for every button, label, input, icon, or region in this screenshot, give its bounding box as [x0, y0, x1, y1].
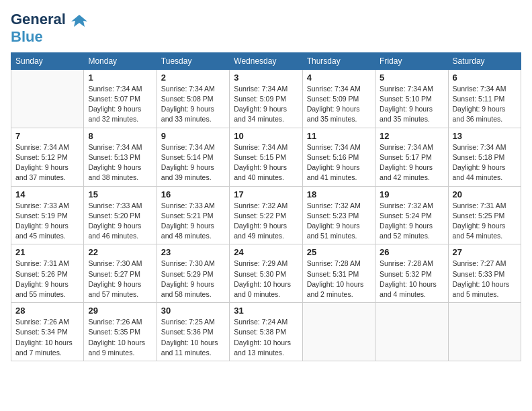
- calendar-cell: [11, 69, 84, 128]
- day-number: 22: [88, 247, 152, 257]
- day-number: 30: [161, 306, 225, 316]
- calendar-week-row: 1Sunrise: 7:34 AMSunset: 5:07 PMDaylight…: [11, 69, 521, 128]
- day-number: 31: [234, 306, 298, 316]
- calendar-cell: 19Sunrise: 7:32 AMSunset: 5:24 PMDayligh…: [375, 186, 448, 244]
- day-info: Sunrise: 7:34 AMSunset: 5:14 PMDaylight:…: [161, 142, 225, 183]
- weekday-header: Saturday: [448, 52, 521, 69]
- day-info: Sunrise: 7:34 AMSunset: 5:08 PMDaylight:…: [161, 84, 225, 125]
- calendar-cell: 31Sunrise: 7:24 AMSunset: 5:38 PMDayligh…: [230, 303, 302, 361]
- weekday-header: Tuesday: [157, 52, 229, 69]
- day-number: 14: [15, 189, 79, 199]
- calendar-cell: 25Sunrise: 7:28 AMSunset: 5:31 PMDayligh…: [302, 244, 375, 303]
- day-number: 24: [234, 247, 298, 257]
- day-number: 27: [453, 247, 517, 257]
- day-info: Sunrise: 7:34 AMSunset: 5:16 PMDaylight:…: [307, 142, 371, 183]
- calendar-cell: 29Sunrise: 7:26 AMSunset: 5:35 PMDayligh…: [84, 303, 157, 361]
- calendar-cell: 5Sunrise: 7:34 AMSunset: 5:10 PMDaylight…: [375, 69, 448, 128]
- calendar-cell: 14Sunrise: 7:33 AMSunset: 5:19 PMDayligh…: [11, 186, 84, 244]
- day-info: Sunrise: 7:30 AMSunset: 5:27 PMDaylight:…: [88, 259, 152, 300]
- weekday-header: Monday: [84, 52, 157, 69]
- day-info: Sunrise: 7:32 AMSunset: 5:22 PMDaylight:…: [234, 201, 298, 242]
- day-number: 28: [15, 306, 79, 316]
- day-info: Sunrise: 7:24 AMSunset: 5:38 PMDaylight:…: [234, 317, 298, 358]
- day-number: 18: [307, 189, 371, 199]
- day-info: Sunrise: 7:25 AMSunset: 5:36 PMDaylight:…: [161, 317, 225, 358]
- day-number: 6: [453, 73, 517, 83]
- logo-blue: Blue: [11, 28, 43, 46]
- day-number: 11: [307, 131, 371, 141]
- weekday-header: Thursday: [302, 52, 375, 69]
- calendar-cell: 28Sunrise: 7:26 AMSunset: 5:34 PMDayligh…: [11, 303, 84, 361]
- day-number: 3: [234, 73, 298, 83]
- weekday-header: Sunday: [11, 52, 84, 69]
- calendar-cell: 27Sunrise: 7:27 AMSunset: 5:33 PMDayligh…: [448, 244, 521, 303]
- day-info: Sunrise: 7:34 AMSunset: 5:12 PMDaylight:…: [15, 142, 79, 183]
- day-info: Sunrise: 7:34 AMSunset: 5:10 PMDaylight:…: [380, 84, 443, 125]
- day-info: Sunrise: 7:34 AMSunset: 5:11 PMDaylight:…: [453, 84, 517, 125]
- day-number: 8: [88, 131, 152, 141]
- logo: General Blue: [11, 11, 89, 46]
- day-info: Sunrise: 7:32 AMSunset: 5:23 PMDaylight:…: [307, 201, 371, 242]
- day-number: 23: [161, 247, 225, 257]
- day-number: 2: [161, 73, 225, 83]
- day-info: Sunrise: 7:28 AMSunset: 5:31 PMDaylight:…: [307, 259, 371, 300]
- calendar-cell: 2Sunrise: 7:34 AMSunset: 5:08 PMDaylight…: [157, 69, 229, 128]
- day-info: Sunrise: 7:30 AMSunset: 5:29 PMDaylight:…: [161, 259, 225, 300]
- day-info: Sunrise: 7:34 AMSunset: 5:09 PMDaylight:…: [307, 84, 371, 125]
- calendar-cell: 10Sunrise: 7:34 AMSunset: 5:15 PMDayligh…: [230, 128, 302, 186]
- day-info: Sunrise: 7:34 AMSunset: 5:17 PMDaylight:…: [380, 142, 443, 183]
- calendar-cell: 13Sunrise: 7:34 AMSunset: 5:18 PMDayligh…: [448, 128, 521, 186]
- day-info: Sunrise: 7:26 AMSunset: 5:34 PMDaylight:…: [15, 317, 79, 358]
- calendar-cell: 22Sunrise: 7:30 AMSunset: 5:27 PMDayligh…: [84, 244, 157, 303]
- calendar-cell: 23Sunrise: 7:30 AMSunset: 5:29 PMDayligh…: [157, 244, 229, 303]
- day-info: Sunrise: 7:31 AMSunset: 5:26 PMDaylight:…: [15, 259, 79, 300]
- calendar-cell: 4Sunrise: 7:34 AMSunset: 5:09 PMDaylight…: [302, 69, 375, 128]
- calendar-week-row: 28Sunrise: 7:26 AMSunset: 5:34 PMDayligh…: [11, 303, 521, 361]
- day-info: Sunrise: 7:34 AMSunset: 5:15 PMDaylight:…: [234, 142, 298, 183]
- day-number: 5: [380, 73, 443, 83]
- day-number: 25: [307, 247, 371, 257]
- day-info: Sunrise: 7:27 AMSunset: 5:33 PMDaylight:…: [453, 259, 517, 300]
- calendar-cell: 24Sunrise: 7:29 AMSunset: 5:30 PMDayligh…: [230, 244, 302, 303]
- day-number: 10: [234, 131, 298, 141]
- day-info: Sunrise: 7:33 AMSunset: 5:21 PMDaylight:…: [161, 201, 225, 242]
- calendar-cell: 16Sunrise: 7:33 AMSunset: 5:21 PMDayligh…: [157, 186, 229, 244]
- day-number: 16: [161, 189, 225, 199]
- day-info: Sunrise: 7:34 AMSunset: 5:09 PMDaylight:…: [234, 84, 298, 125]
- calendar-cell: [448, 303, 521, 361]
- day-info: Sunrise: 7:26 AMSunset: 5:35 PMDaylight:…: [88, 317, 152, 358]
- logo-bird-icon: [70, 12, 89, 31]
- calendar-cell: 21Sunrise: 7:31 AMSunset: 5:26 PMDayligh…: [11, 244, 84, 303]
- calendar-cell: [302, 303, 375, 361]
- svg-marker-0: [71, 15, 87, 27]
- calendar-table: SundayMondayTuesdayWednesdayThursdayFrid…: [11, 52, 521, 361]
- day-info: Sunrise: 7:29 AMSunset: 5:30 PMDaylight:…: [234, 259, 298, 300]
- day-number: 15: [88, 189, 152, 199]
- calendar-cell: 9Sunrise: 7:34 AMSunset: 5:14 PMDaylight…: [157, 128, 229, 186]
- day-number: 19: [380, 189, 443, 199]
- day-info: Sunrise: 7:32 AMSunset: 5:24 PMDaylight:…: [380, 201, 443, 242]
- day-number: 29: [88, 306, 152, 316]
- day-number: 13: [453, 131, 517, 141]
- day-number: 20: [453, 189, 517, 199]
- day-number: 12: [380, 131, 443, 141]
- calendar-cell: 6Sunrise: 7:34 AMSunset: 5:11 PMDaylight…: [448, 69, 521, 128]
- page-header: General Blue: [11, 11, 521, 46]
- calendar-cell: 3Sunrise: 7:34 AMSunset: 5:09 PMDaylight…: [230, 69, 302, 128]
- calendar-cell: 8Sunrise: 7:34 AMSunset: 5:13 PMDaylight…: [84, 128, 157, 186]
- day-info: Sunrise: 7:34 AMSunset: 5:07 PMDaylight:…: [88, 84, 152, 125]
- day-info: Sunrise: 7:34 AMSunset: 5:18 PMDaylight:…: [453, 142, 517, 183]
- day-info: Sunrise: 7:33 AMSunset: 5:20 PMDaylight:…: [88, 201, 152, 242]
- calendar-week-row: 14Sunrise: 7:33 AMSunset: 5:19 PMDayligh…: [11, 186, 521, 244]
- calendar-cell: 20Sunrise: 7:31 AMSunset: 5:25 PMDayligh…: [448, 186, 521, 244]
- weekday-header-row: SundayMondayTuesdayWednesdayThursdayFrid…: [11, 52, 521, 69]
- day-number: 7: [15, 131, 79, 141]
- calendar-cell: 30Sunrise: 7:25 AMSunset: 5:36 PMDayligh…: [157, 303, 229, 361]
- day-info: Sunrise: 7:33 AMSunset: 5:19 PMDaylight:…: [15, 201, 79, 242]
- calendar-cell: 26Sunrise: 7:28 AMSunset: 5:32 PMDayligh…: [375, 244, 448, 303]
- calendar-week-row: 21Sunrise: 7:31 AMSunset: 5:26 PMDayligh…: [11, 244, 521, 303]
- day-number: 4: [307, 73, 371, 83]
- weekday-header: Friday: [375, 52, 448, 69]
- day-number: 17: [234, 189, 298, 199]
- calendar-week-row: 7Sunrise: 7:34 AMSunset: 5:12 PMDaylight…: [11, 128, 521, 186]
